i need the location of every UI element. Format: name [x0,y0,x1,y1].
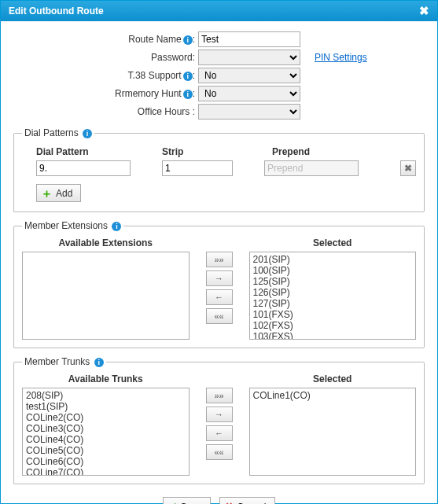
rrmemory-select[interactable]: No [198,86,300,101]
titlebar: Edit Outbound Route ✖ [1,1,437,21]
move-right-button[interactable]: → [206,407,233,422]
list-item[interactable]: test1(SIP) [26,401,186,412]
close-icon[interactable]: ✖ [419,4,429,18]
col-strip: Strip [162,146,272,157]
list-item[interactable]: 102(FXS) [253,320,413,331]
route-name-label: Route Namei: [13,34,198,45]
prepend-input[interactable] [264,160,359,176]
list-item[interactable]: COLine6(CO) [26,456,186,467]
strip-input[interactable] [162,160,233,176]
list-item[interactable]: COLine4(CO) [26,434,186,445]
member-extensions-legend: Member Extensions i [22,220,123,231]
office-hours-select[interactable] [198,104,300,120]
info-icon[interactable]: i [112,222,121,231]
list-item[interactable]: 201(SIP) [253,254,413,265]
list-item[interactable]: 125(SIP) [253,276,413,287]
move-left-button[interactable]: ← [206,289,233,305]
t38-label: T.38 Supporti: [13,70,198,81]
selected-trunks-list[interactable]: COLine1(CO) [249,388,417,476]
dial-patterns-fieldset: Dial Patterns i Dial Pattern Strip Prepe… [13,127,425,212]
info-icon[interactable]: i [183,72,193,81]
save-button[interactable]: ✔Save [163,497,210,504]
list-item[interactable]: 126(SIP) [253,287,413,298]
list-item[interactable]: COLine3(CO) [26,423,186,434]
selected-extensions-list[interactable]: 201(SIP)100(SIP)125(SIP)126(SIP)127(SIP)… [249,252,417,340]
cancel-icon: ✖ [225,501,234,504]
move-all-right-button[interactable]: »» [206,252,233,267]
list-item[interactable]: COLine2(CO) [26,412,186,423]
info-icon[interactable]: i [183,90,193,99]
info-icon[interactable]: i [83,129,92,138]
cancel-button-label: Cancel [237,502,266,505]
dial-pattern-input[interactable] [36,160,131,176]
list-item[interactable]: 100(SIP) [253,265,413,276]
check-icon: ✔ [168,501,177,504]
dialog-edit-outbound-route: Edit Outbound Route ✖ Route Namei: Passw… [0,0,438,504]
member-trunks-legend: Member Trunks i [22,356,106,367]
office-hours-label: Office Hours : [13,106,198,117]
route-name-input[interactable] [198,31,300,47]
available-trunks-title: Available Trunks [22,373,190,384]
selected-extensions-title: Selected [249,237,417,248]
col-prepend: Prepend [272,146,382,157]
list-item[interactable]: 103(FXS) [253,331,413,340]
list-item[interactable]: 208(SIP) [26,390,186,401]
move-all-right-button[interactable]: »» [206,388,233,403]
member-trunks-fieldset: Member Trunks i Available Trunks 208(SIP… [13,356,425,484]
rrmemory-label: Rrmemory Hunti: [13,88,198,99]
info-icon[interactable]: i [183,35,193,45]
move-left-button[interactable]: ← [206,425,233,441]
add-button[interactable]: ＋ Add [36,184,81,202]
save-button-label: Save [180,502,201,505]
password-select[interactable] [198,50,300,65]
pattern-row: ✖ [22,160,416,176]
t38-select[interactable]: No [198,68,300,83]
member-extensions-fieldset: Member Extensions i Available Extensions… [13,220,425,348]
list-item[interactable]: COLine5(CO) [26,445,186,456]
dialog-title: Edit Outbound Route [9,6,104,17]
available-trunks-list[interactable]: 208(SIP)test1(SIP)COLine2(CO)COLine3(CO)… [22,388,190,476]
selected-trunks-title: Selected [249,373,417,384]
password-label: Password: [13,52,198,63]
move-all-left-button[interactable]: «« [206,444,233,460]
delete-row-button[interactable]: ✖ [400,160,416,176]
dial-patterns-legend: Dial Patterns i [22,127,94,138]
move-all-left-button[interactable]: «« [206,308,233,324]
move-right-button[interactable]: → [206,270,233,286]
list-item[interactable]: COLine7(CO) [26,467,186,476]
list-item[interactable]: COLine1(CO) [253,390,413,401]
cancel-button[interactable]: ✖Cancel [219,497,274,504]
available-extensions-list[interactable] [22,252,190,340]
add-button-label: Add [56,188,72,199]
available-extensions-title: Available Extensions [22,237,190,248]
plus-icon: ＋ [41,187,53,199]
pin-settings-link[interactable]: PIN Settings [315,52,367,63]
col-dial-pattern: Dial Pattern [36,146,162,157]
list-item[interactable]: 127(SIP) [253,298,413,309]
info-icon[interactable]: i [94,358,104,367]
footer: ✔Save ✖Cancel [13,492,425,504]
close-icon: ✖ [404,163,412,174]
list-item[interactable]: 101(FXS) [253,309,413,320]
